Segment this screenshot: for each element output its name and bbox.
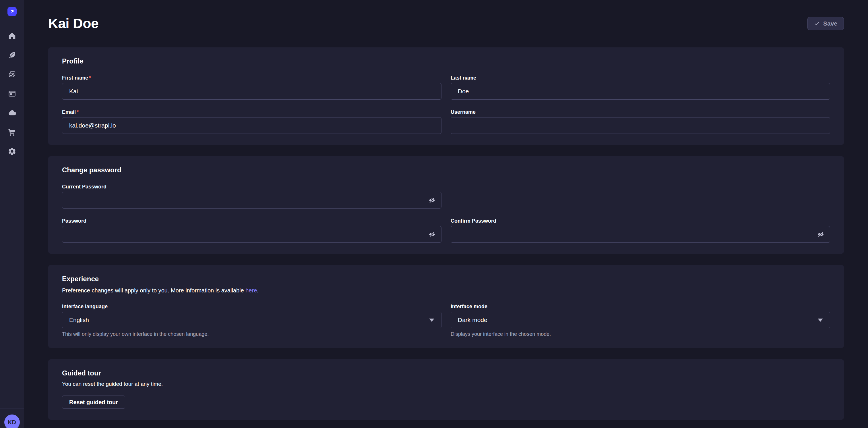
password-fields-grid: Current Password [62,184,830,243]
marketplace-cart-icon [8,128,17,138]
experience-section-title: Experience [62,275,830,283]
interface-mode-value: Dark mode [458,317,487,323]
sidebar-footer: KD [0,408,24,428]
user-avatar[interactable]: KD [4,415,20,428]
email-label-text: Email [62,109,76,115]
username-input[interactable] [451,117,830,134]
username-label-text: Username [451,109,476,115]
required-asterisk: * [76,109,79,115]
sidebar-item-media-library[interactable] [7,70,17,80]
eye-off-icon [817,231,825,238]
change-password-section-title: Change password [62,166,830,174]
check-icon [814,21,820,26]
reset-guided-tour-button[interactable]: Reset guided tour [62,396,125,409]
content-manager-icon [8,51,17,61]
email-input[interactable] [62,117,441,134]
home-icon [8,32,17,41]
page-title: Kai Doe [48,16,98,31]
interface-language-value: English [69,317,89,323]
eye-off-icon [428,231,436,238]
interface-language-label-text: Interface language [62,304,107,309]
email-field-group: Email* [62,109,441,134]
first-name-field-group: First name* [62,75,441,100]
new-password-label: Password [62,218,441,224]
guided-tour-section: Guided tour You can reset the guided tou… [48,359,844,420]
experience-description: Preference changes will apply only to yo… [62,287,830,294]
sidebar-item-settings[interactable] [7,147,17,156]
interface-language-select[interactable]: English [62,312,441,328]
sidebar-item-home[interactable] [7,32,17,41]
experience-fields-grid: Interface language English This will onl… [62,304,830,337]
current-password-field-group: Current Password [62,184,441,208]
sidebar-item-marketplace[interactable] [7,128,17,137]
toggle-new-password-visibility-button[interactable] [427,229,437,239]
profile-fields-grid: First name* Last name Emai [62,75,830,134]
cloud-icon [8,109,17,118]
strapi-logo-link[interactable] [0,0,24,23]
new-password-label-text: Password [62,218,86,224]
experience-description-period: . [257,287,259,293]
more-information-link[interactable]: here [245,287,257,293]
strapi-logo-icon [7,7,17,16]
app-root: KD Kai Doe Save Profile First name* [0,0,868,428]
interface-mode-select[interactable]: Dark mode [451,312,830,328]
profile-section: Profile First name* Last name [48,48,844,145]
content-type-builder-icon [8,89,17,99]
experience-section: Experience Preference changes will apply… [48,265,844,348]
sidebar-item-content-manager[interactable] [7,51,17,60]
interface-mode-label-text: Interface mode [451,304,487,309]
new-password-field-group: Password [62,218,441,243]
sidebar-item-cloud[interactable] [7,109,17,118]
interface-language-label: Interface language [62,304,441,309]
interface-mode-field-group: Interface mode Dark mode Displays your i… [451,304,830,337]
guided-tour-section-title: Guided tour [62,369,830,377]
first-name-label-text: First name [62,75,88,81]
confirm-password-input[interactable] [451,226,830,243]
last-name-label-text: Last name [451,75,476,81]
last-name-label: Last name [451,75,830,81]
interface-language-hint: This will only display your own interfac… [62,331,441,337]
sidebar-item-content-type-builder[interactable] [7,90,17,99]
interface-language-field-group: Interface language English This will onl… [62,304,441,337]
save-button-label: Save [823,20,837,27]
toggle-current-password-visibility-button[interactable] [427,195,437,205]
settings-gear-icon [8,147,17,157]
profile-section-title: Profile [62,57,830,65]
current-password-label-text: Current Password [62,184,106,190]
save-button[interactable]: Save [807,17,844,30]
email-label: Email* [62,109,441,115]
sidebar-nav [7,23,17,156]
new-password-input[interactable] [62,226,441,243]
experience-description-text: Preference changes will apply only to yo… [62,287,245,293]
change-password-section: Change password Current Password [48,156,844,254]
interface-mode-hint: Displays your interface in the chosen mo… [451,331,830,337]
first-name-input[interactable] [62,83,441,100]
current-password-label: Current Password [62,184,441,190]
page-header: Kai Doe Save [48,0,844,31]
confirm-password-label-text: Confirm Password [451,218,496,224]
guided-tour-description: You can reset the guided tour at any tim… [62,380,830,388]
main-content: Kai Doe Save Profile First name* [24,0,868,428]
toggle-confirm-password-visibility-button[interactable] [816,229,826,239]
current-password-input[interactable] [62,192,441,208]
last-name-field-group: Last name [451,75,830,100]
eye-off-icon [428,197,436,204]
chevron-down-icon [818,319,823,322]
last-name-input[interactable] [451,83,830,100]
sidebar: KD [0,0,24,428]
username-label: Username [451,109,830,115]
chevron-down-icon [429,319,434,322]
required-asterisk: * [89,75,91,81]
confirm-password-field-group: Confirm Password [451,218,830,243]
confirm-password-label: Confirm Password [451,218,830,224]
username-field-group: Username [451,109,830,134]
first-name-label: First name* [62,75,441,81]
interface-mode-label: Interface mode [451,304,830,309]
media-library-icon [8,70,17,80]
